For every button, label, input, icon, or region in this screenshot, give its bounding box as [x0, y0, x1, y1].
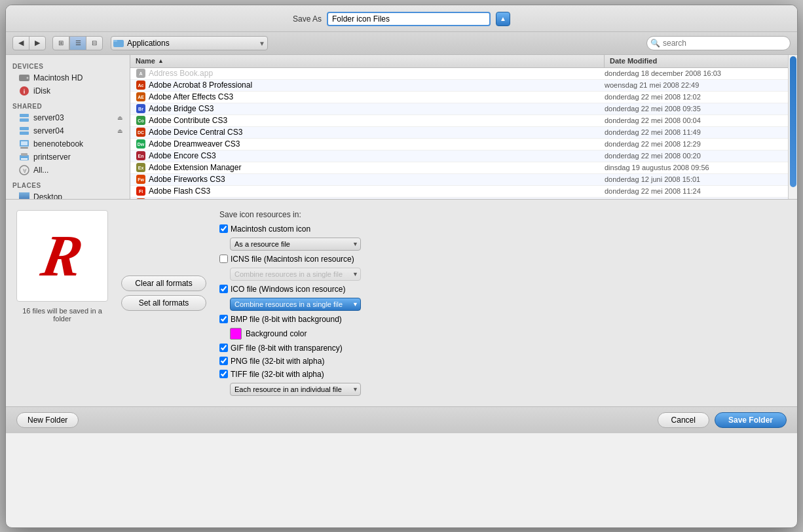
file-icon: Dw: [136, 139, 146, 149]
table-row[interactable]: EnAdobe Encore CS3donderdag 22 mei 2008 …: [130, 151, 788, 162]
table-row[interactable]: DwAdobe Dreamweaver CS3donderdag 22 mei …: [130, 139, 788, 151]
file-date: donderdag 22 mei 2008 11:49: [605, 128, 788, 136]
ico-dropdown-wrapper: Combine resources in a single file Each …: [230, 298, 361, 311]
mac-custom-icon-text: Macintosh custom icon: [231, 224, 310, 234]
table-row[interactable]: BrAdobe Bridge CS3donderdag 22 mei 2008 …: [130, 103, 788, 115]
icns-select[interactable]: Combine resources in a single file Each …: [230, 268, 361, 281]
sidebar-item-all[interactable]: ∀ All...: [6, 164, 130, 177]
file-name: Adobe Bridge CS3: [149, 104, 605, 113]
mac-resource-select[interactable]: As a resource file As a data fork file E…: [230, 238, 361, 251]
svg-rect-12: [20, 147, 28, 149]
sidebar-item-printserver[interactable]: printserver: [6, 151, 130, 164]
view-icon-button[interactable]: ⊞: [52, 36, 69, 50]
file-name: Address Book.app: [149, 69, 605, 78]
view-list-button[interactable]: ☰: [69, 36, 86, 50]
new-folder-button[interactable]: New Folder: [16, 412, 79, 428]
table-row[interactable]: CoAdobe Contribute CS3donderdag 22 mei 2…: [130, 115, 788, 127]
save-folder-button[interactable]: Save Folder: [715, 412, 787, 428]
icns-text: ICNS file (Macintosh icon resource): [231, 255, 354, 264]
file-date: woensdag 21 mei 2008 22:49: [605, 81, 788, 89]
sidebar-item-server04[interactable]: server04 ⏏: [6, 124, 130, 137]
search-wrapper: 🔍: [646, 36, 791, 50]
file-name: Adobe Device Central CS3: [149, 128, 605, 137]
mac-custom-icon-label[interactable]: Macintosh custom icon: [219, 224, 310, 234]
save-as-input[interactable]: [327, 12, 491, 26]
tiff-dropdown-wrapper: Combine resources in a single file Each …: [230, 383, 361, 396]
sidebar-item-macintosh-hd[interactable]: Macintosh HD: [6, 71, 130, 84]
tiff-label[interactable]: TIFF file (32-bit with alpha): [219, 370, 324, 379]
gif-label[interactable]: GIF file (8-bit with transparency): [219, 344, 343, 353]
tiff-select[interactable]: Combine resources in a single file Each …: [230, 383, 361, 396]
sidebar-item-idisk[interactable]: i iDisk: [6, 84, 130, 98]
col-date-header[interactable]: Date Modified: [605, 57, 788, 65]
bottom-bar: New Folder Cancel Save Folder: [6, 406, 797, 433]
set-all-formats-button[interactable]: Set all formats: [121, 295, 206, 311]
file-name: Adobe Extension Manager: [149, 163, 605, 172]
file-icon: Fw: [136, 174, 146, 185]
svg-rect-14: [21, 153, 28, 156]
file-icon: Ac: [136, 80, 146, 90]
mac-custom-icon-row: Macintosh custom icon: [219, 224, 787, 234]
view-column-button[interactable]: ⊟: [86, 36, 103, 50]
file-icon: Ex: [136, 162, 146, 173]
sidebar-item-desktop[interactable]: Desktop: [6, 190, 130, 199]
gif-row: GIF file (8-bit with transparency): [219, 344, 787, 353]
forward-button[interactable]: ▶: [29, 36, 46, 50]
png-label[interactable]: PNG file (32-bit with alpha): [219, 357, 324, 366]
clear-all-formats-button[interactable]: Clear all formats: [121, 275, 206, 291]
main-content: DEVICES Macintosh HD i iDisk SHARED serv…: [6, 55, 797, 199]
tiff-checkbox[interactable]: [219, 370, 228, 378]
search-input[interactable]: [646, 36, 791, 50]
ico-text: ICO file (Windows icon resource): [231, 285, 345, 294]
all-icon: ∀: [19, 165, 29, 175]
gif-checkbox[interactable]: [219, 344, 228, 352]
ico-select[interactable]: Combine resources in a single file Each …: [230, 298, 361, 311]
preview-box: R: [16, 210, 108, 302]
search-icon: 🔍: [650, 39, 660, 48]
bmp-checkbox[interactable]: [219, 315, 228, 323]
ico-checkbox[interactable]: [219, 285, 228, 293]
table-row[interactable]: FVAdobe Flash CS3 Video Encoderdonderdag…: [130, 198, 788, 199]
scrollbar-thumb[interactable]: [790, 56, 796, 187]
mac-custom-icon-checkbox[interactable]: [219, 224, 228, 233]
background-color-swatch[interactable]: [230, 328, 242, 340]
svg-rect-9: [20, 132, 29, 135]
sidebar-item-server03[interactable]: server03 ⏏: [6, 111, 130, 124]
table-row[interactable]: FwAdobe Fireworks CS3donderdag 12 juni 2…: [130, 174, 788, 186]
expand-button[interactable]: ▲: [496, 12, 510, 26]
table-row[interactable]: AEAdobe After Effects CS3donderdag 22 me…: [130, 92, 788, 103]
places-section-header: PLACES: [6, 177, 130, 190]
gif-text: GIF file (8-bit with transparency): [231, 344, 343, 353]
ico-label[interactable]: ICO file (Windows icon resource): [219, 285, 345, 294]
file-date: donderdag 22 mei 2008 00:20: [605, 152, 788, 160]
file-list-scrollbar[interactable]: [788, 55, 797, 199]
location-select[interactable]: Applications: [111, 36, 268, 50]
file-name: Adobe Fireworks CS3: [149, 175, 605, 184]
cancel-button[interactable]: Cancel: [658, 412, 709, 428]
bmp-label[interactable]: BMP file (8-bit with background): [219, 315, 342, 324]
icns-checkbox[interactable]: [219, 255, 228, 263]
table-row[interactable]: ExAdobe Extension Managerdinsdag 19 augu…: [130, 162, 788, 174]
table-row[interactable]: FlAdobe Flash CS3donderdag 22 mei 2008 1…: [130, 186, 788, 198]
file-list: AAddress Book.appdonderdag 18 december 2…: [130, 68, 788, 199]
server03-eject-icon[interactable]: ⏏: [117, 115, 123, 121]
file-date: donderdag 22 mei 2008 12:02: [605, 93, 788, 101]
svg-rect-6: [20, 114, 29, 117]
col-name-header[interactable]: Name ▲: [130, 55, 605, 67]
toolbar: ◀ ▶ ⊞ ☰ ⊟ Applications ▼ 🔍: [6, 32, 797, 55]
server04-eject-icon[interactable]: ⏏: [117, 128, 123, 134]
sidebar-item-benenotebook[interactable]: benenotebook: [6, 137, 130, 151]
png-checkbox[interactable]: [219, 357, 228, 365]
icns-label[interactable]: ICNS file (Macintosh icon resource): [219, 255, 354, 264]
table-row[interactable]: DCAdobe Device Central CS3donderdag 22 m…: [130, 127, 788, 139]
icns-row: ICNS file (Macintosh icon resource): [219, 255, 787, 264]
table-row[interactable]: AAddress Book.appdonderdag 18 december 2…: [130, 68, 788, 80]
file-date: donderdag 22 mei 2008 09:35: [605, 105, 788, 113]
sidebar: DEVICES Macintosh HD i iDisk SHARED serv…: [6, 55, 130, 199]
tiff-text: TIFF file (32-bit with alpha): [231, 370, 324, 379]
table-row[interactable]: AcAdobe Acrobat 8 Professionalwoensdag 2…: [130, 80, 788, 92]
back-button[interactable]: ◀: [12, 36, 29, 50]
file-date: donderdag 22 mei 2008 00:04: [605, 116, 788, 124]
icns-dropdown-wrapper: Combine resources in a single file Each …: [230, 268, 361, 281]
file-name: Adobe Dreamweaver CS3: [149, 139, 605, 149]
